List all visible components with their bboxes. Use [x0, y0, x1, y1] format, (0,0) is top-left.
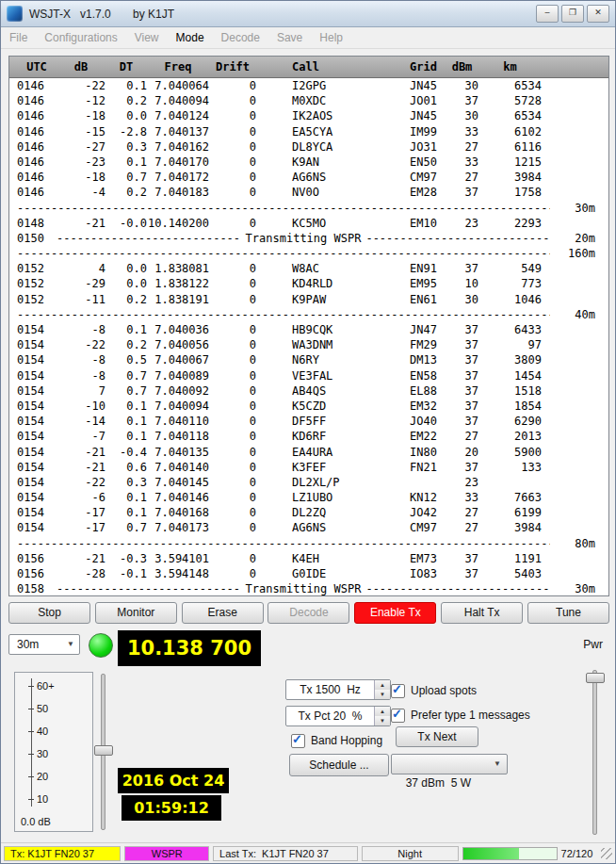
- rx-gain-slider[interactable]: [93, 674, 112, 830]
- cell-call: WA3DNM: [256, 337, 410, 352]
- decode-row[interactable]: 0154-70.17.0401180KD6RFEM22272013: [9, 429, 608, 444]
- close-icon[interactable]: ✕: [587, 5, 609, 23]
- tune-button[interactable]: Tune: [527, 602, 609, 624]
- band-separator-row[interactable]: ----------------------------------------…: [9, 536, 608, 551]
- minimize-icon[interactable]: –: [536, 5, 559, 23]
- cell-dt: 0.0: [105, 261, 147, 276]
- tx-next-button[interactable]: Tx Next: [396, 726, 478, 747]
- decode-row[interactable]: 0146-180.07.0401240IK2AOSJN45306534: [9, 108, 608, 123]
- cell-dt: -0.0: [105, 216, 147, 231]
- meter-scale-label: 50: [28, 703, 48, 714]
- resize-grip-icon[interactable]: [601, 848, 612, 859]
- transmit-row[interactable]: 0150------------------------------------…: [9, 231, 608, 246]
- transmit-row[interactable]: 0158------------------------------------…: [9, 581, 608, 596]
- decode-row[interactable]: 0146-180.77.0401720AG6NSCM97273984: [9, 170, 608, 185]
- cell-freq: 7.040173: [147, 520, 209, 535]
- pwr-slider[interactable]: [585, 670, 604, 835]
- power-select[interactable]: 37 dBm 5 W ▼: [391, 754, 508, 774]
- cell-dbm: 37: [446, 368, 478, 383]
- decode-row[interactable]: 0154-220.37.0401450DL2XL/P23: [9, 475, 608, 490]
- cell-drift: 0: [209, 93, 256, 108]
- decode-row[interactable]: 0154-60.17.0401460LZ1UBOKN12337663: [9, 490, 608, 505]
- column-header-db: dB: [57, 60, 105, 73]
- decode-row[interactable]: 0156-28-0.13.5941480G0IDEIO83375403: [9, 566, 608, 581]
- menu-save[interactable]: Save: [268, 27, 311, 48]
- cell-km: 6199: [478, 505, 542, 520]
- slider-handle[interactable]: [94, 745, 113, 756]
- cell-freq: 1.838191: [147, 292, 209, 307]
- decode-row[interactable]: 0148-21-0.010.1402000KC5MOEM10232293: [9, 216, 608, 231]
- decode-row[interactable]: 0154-80.17.0400360HB9CQKJN47376433: [9, 322, 608, 337]
- column-header-dbm: dBm: [446, 60, 478, 73]
- spin-down-icon[interactable]: ▼: [375, 716, 390, 725]
- decode-table[interactable]: UTCdBDTFreqDriftCallGriddBmkm 0146-220.1…: [8, 56, 609, 596]
- decode-table-body[interactable]: 0146-220.17.0400640I2GPGJN453065340146-1…: [9, 78, 608, 596]
- decode-row[interactable]: 0146-220.17.0400640I2GPGJN45306534: [9, 78, 608, 93]
- cell-dt: 0.3: [105, 475, 147, 490]
- maximize-icon[interactable]: ❐: [561, 5, 584, 23]
- menu-view[interactable]: View: [126, 27, 168, 48]
- cell-dt: 0.2: [105, 185, 147, 200]
- decode-row[interactable]: 0146-120.27.0400940M0XDCJO01375728: [9, 93, 608, 108]
- decode-row[interactable]: 0154-170.77.0401730AG6NSCM97273984: [9, 520, 608, 535]
- tx-freq-spinner[interactable]: Tx 1500 Hz ▲ ▼: [285, 679, 391, 700]
- band-separator-row[interactable]: ----------------------------------------…: [9, 246, 608, 261]
- decode-row[interactable]: 0154-170.17.0401680DL2ZQJO42276199: [9, 505, 608, 520]
- decode-row[interactable]: 0154-21-0.47.0401350EA4URAIN80205900: [9, 445, 608, 460]
- schedule-button[interactable]: Schedule ...: [289, 754, 389, 776]
- band-hopping-row[interactable]: ✓ Band Hopping: [291, 734, 382, 747]
- title-bar[interactable]: WSJT-X v1.7.0 by K1JT – ❐ ✕: [1, 1, 615, 27]
- decode-row[interactable]: 0154-100.17.0400940K5CZDEM32371854: [9, 399, 608, 414]
- spin-down-icon[interactable]: ▼: [375, 690, 390, 699]
- cell-grid: FN21: [410, 460, 446, 475]
- menu-help[interactable]: Help: [311, 27, 351, 48]
- decode-row[interactable]: 0154-140.17.0401100DF5FFJO40376290: [9, 414, 608, 429]
- menu-decode[interactable]: Decode: [213, 27, 268, 48]
- decode-row[interactable]: 0154-210.67.0401400K3FEFFN2137133: [9, 460, 608, 475]
- tx-pct-spinner[interactable]: Tx Pct 20 % ▲ ▼: [285, 706, 391, 726]
- stop-button[interactable]: Stop: [8, 602, 90, 624]
- cell-freq: 7.040094: [147, 399, 209, 414]
- band-separator-row[interactable]: ----------------------------------------…: [9, 307, 608, 322]
- prefer-type1-checkbox[interactable]: ✓: [391, 709, 405, 723]
- band-hopping-checkbox[interactable]: ✓: [291, 734, 305, 748]
- decode-row[interactable]: 0146-40.27.0401830NV0OEM28371758: [9, 185, 608, 200]
- decode-row[interactable]: 015470.77.0400920AB4QSEL88371518: [9, 383, 608, 399]
- spin-up-icon[interactable]: ▲: [375, 707, 390, 716]
- decode-row[interactable]: 0146-15-2.87.0401370EA5CYAIM99336102: [9, 124, 608, 139]
- monitor-button[interactable]: Monitor: [95, 602, 177, 624]
- cell-freq: 7.040124: [147, 108, 209, 123]
- decode-button[interactable]: Decode: [267, 602, 349, 624]
- decode-row[interactable]: 0146-270.37.0401620DL8YCAJO31276116: [9, 139, 608, 155]
- cell-dt: 0.1: [105, 505, 147, 520]
- decode-row[interactable]: 015240.01.8380810W8ACEN9137549: [9, 261, 608, 276]
- decode-row[interactable]: 0152-110.21.8381910K9PAWEN61301046: [9, 292, 608, 307]
- cell-utc: 0146: [9, 78, 57, 93]
- menu-file[interactable]: File: [1, 27, 36, 48]
- enable-tx-button[interactable]: Enable Tx: [354, 602, 436, 624]
- prefer-type1-row[interactable]: ✓ Prefer type 1 messages: [391, 709, 530, 722]
- menu-mode[interactable]: Mode: [168, 27, 213, 48]
- cell-freq: 7.040168: [147, 505, 209, 520]
- upload-spots-checkbox[interactable]: ✓: [391, 684, 405, 698]
- decode-row[interactable]: 0154-80.57.0400670N6RYDM13373809: [9, 352, 608, 367]
- decode-row[interactable]: 0154-220.27.0400560WA3DNMFM293797: [9, 337, 608, 352]
- slider-handle[interactable]: [586, 673, 605, 683]
- band-separator-row[interactable]: ----------------------------------------…: [9, 201, 608, 216]
- cell-call: IK2AOS: [256, 108, 410, 123]
- halt-tx-button[interactable]: Halt Tx: [441, 602, 523, 624]
- cell-utc: 0158: [9, 581, 57, 596]
- spin-up-icon[interactable]: ▲: [375, 680, 390, 690]
- decode-row[interactable]: 0146-230.17.0401700K9ANEN50331215: [9, 155, 608, 170]
- erase-button[interactable]: Erase: [182, 602, 264, 624]
- cell-dbm: 27: [446, 139, 478, 155]
- upload-spots-row[interactable]: ✓ Upload spots: [391, 684, 477, 697]
- decode-row[interactable]: 0156-21-0.33.5941010K4EHEM73371191: [9, 551, 608, 566]
- cell-call: NV0O: [256, 185, 410, 200]
- decode-row[interactable]: 0152-290.01.8381220KD4RLDEM9510773: [9, 276, 608, 291]
- cell-grid: IN80: [410, 445, 446, 460]
- decode-row[interactable]: 0154-80.77.0400890VE3FALEN58371454: [9, 368, 608, 383]
- menu-configurations[interactable]: Configurations: [36, 27, 125, 48]
- slider-track[interactable]: [592, 670, 597, 835]
- band-select[interactable]: 30m ▼: [8, 634, 80, 655]
